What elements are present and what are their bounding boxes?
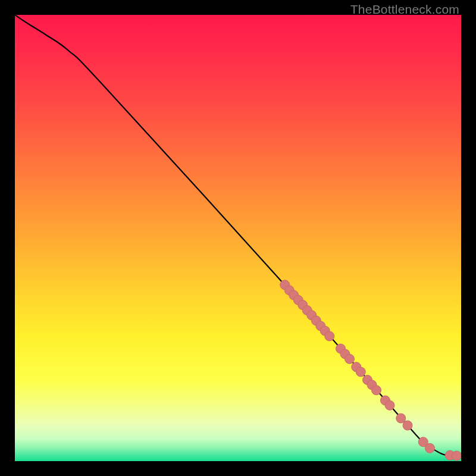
data-point bbox=[396, 414, 406, 423]
chart-stage: TheBottleneck.com bbox=[0, 0, 476, 476]
data-point bbox=[345, 354, 355, 364]
bottleneck-curve bbox=[15, 15, 461, 456]
data-point bbox=[356, 367, 365, 377]
plot-area bbox=[15, 15, 461, 461]
data-points bbox=[280, 280, 461, 461]
data-point bbox=[403, 421, 412, 430]
data-point bbox=[425, 443, 435, 453]
data-point bbox=[372, 386, 381, 395]
data-point bbox=[325, 331, 334, 341]
curve-layer bbox=[15, 15, 461, 461]
watermark-text: TheBottleneck.com bbox=[350, 2, 459, 17]
data-point bbox=[452, 451, 462, 461]
data-point bbox=[385, 400, 394, 410]
